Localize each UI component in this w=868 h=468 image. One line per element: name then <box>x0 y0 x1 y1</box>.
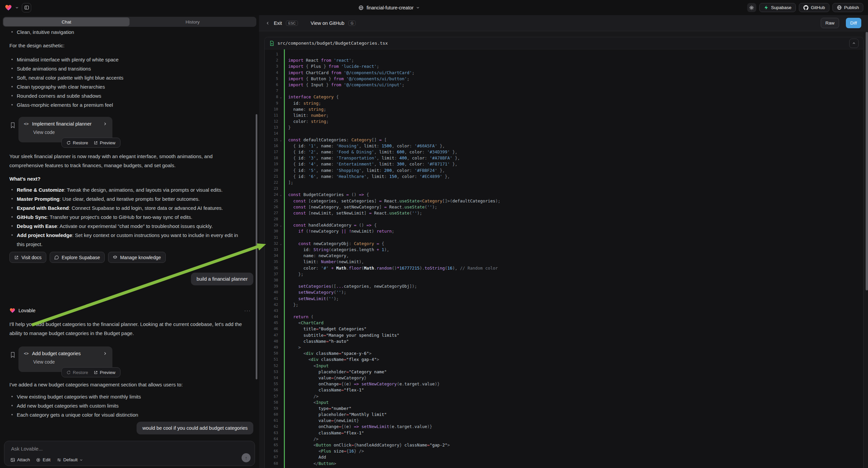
code-panel: Exit ESC View on GitHub G Raw Diff src/c… <box>259 15 868 468</box>
restore-icon <box>66 370 71 375</box>
chat-input[interactable]: Ask Lovable... Attach Edit Default ↑ <box>4 441 255 466</box>
list-item: Add new budget categories with custom li… <box>9 401 246 410</box>
code-line: 51 <div className="flex gap-4"> <box>265 356 863 362</box>
preview-button[interactable]: Preview <box>94 140 116 145</box>
sidebar-toggle-button[interactable] <box>22 3 31 12</box>
line-number: 55 <box>265 381 278 387</box>
mode-selector[interactable]: Default <box>57 457 83 462</box>
fold-chevron-icon <box>278 387 283 393</box>
chat-scrollbar[interactable] <box>256 114 257 379</box>
list-item: Expand with Backend: Connect Supabase to… <box>9 203 246 212</box>
fold-chevron-icon <box>278 339 283 345</box>
line-number: 30 <box>265 228 278 234</box>
line-number: 62 <box>265 424 278 430</box>
window-scrollbar[interactable] <box>866 32 868 290</box>
settings-button[interactable] <box>747 3 756 12</box>
manage-knowledge-button[interactable]: Manage knowledge <box>108 252 165 263</box>
send-button[interactable]: ↑ <box>242 453 251 462</box>
fold-chevron-icon <box>278 345 283 351</box>
github-button[interactable]: GitHub <box>799 3 829 12</box>
edit-button[interactable]: Edit <box>36 457 50 462</box>
fold-chevron-icon[interactable]: ⌄ <box>278 222 283 228</box>
publish-button[interactable]: Publish <box>832 3 863 12</box>
line-number: 38 <box>265 277 278 283</box>
line-number: 57 <box>265 393 278 400</box>
code-text: ]; <box>288 180 293 186</box>
line-number: 47 <box>265 332 278 339</box>
code-text: onChange={(e) => setNewLimit(e.target.va… <box>288 424 432 430</box>
g-kbd-badge: G <box>348 21 355 26</box>
lovable-logo-icon[interactable] <box>5 4 12 11</box>
design-bullet-list: Minimalist interface with plenty of whit… <box>9 55 246 110</box>
code-line: 6import { Input } from '@/components/ui/… <box>265 82 863 88</box>
code-text: <div className="space-y-6"> <box>288 351 371 356</box>
exit-button[interactable]: Exit <box>274 21 282 26</box>
code-line: 19 { id: '4', name: 'Entertainment', lim… <box>265 161 863 167</box>
assistant-name: Lovable <box>19 308 36 313</box>
supabase-button[interactable]: Supabase <box>759 3 796 12</box>
fold-chevron-icon[interactable]: ⌄ <box>278 241 283 247</box>
code-text: <Plus size={16} /> <box>288 448 364 454</box>
list-item: Minimalist interface with plenty of whit… <box>9 55 246 64</box>
more-options-icon[interactable]: ··· <box>244 308 251 313</box>
line-number: 15 <box>265 137 278 143</box>
chevron-down-icon[interactable] <box>15 6 19 9</box>
fold-chevron-icon <box>278 161 283 167</box>
diff-toggle-button[interactable]: Diff <box>846 18 861 28</box>
gear-icon <box>749 5 754 10</box>
fold-chevron-icon[interactable]: ⌄ <box>278 137 283 143</box>
code-line: 21 { id: '6', name: 'Healthcare', limit:… <box>265 174 863 180</box>
line-number: 67 <box>265 454 278 460</box>
code-body[interactable]: 12import React from 'react';3import { Pl… <box>265 49 863 468</box>
view-code-link[interactable]: View code <box>33 359 107 364</box>
code-line: 50 <div className="space-y-6"> <box>265 351 863 356</box>
code-line: 53 placeholder="Category name" <box>265 369 863 375</box>
code-text: const defaultCategories: Category[] = [ <box>288 137 387 143</box>
code-line: 16 { id: '1', name: 'Housing', limit: 15… <box>265 143 863 149</box>
bookmark-icon[interactable] <box>10 122 16 128</box>
code-text: { id: '5', name: 'Shopping', limit: 200,… <box>288 168 445 174</box>
code-text: const [newLimit, setNewLimit] = React.us… <box>288 210 422 216</box>
code-panel-header: Exit ESC View on GitHub G Raw Diff <box>259 15 868 31</box>
target-icon <box>36 458 40 462</box>
fold-chevron-icon[interactable]: ⌄ <box>278 94 283 100</box>
attach-button[interactable]: Attach <box>10 457 30 462</box>
file-header[interactable]: src/components/budget/BudgetCategories.t… <box>265 37 863 49</box>
code-line: 56 className="flex-1" <box>265 387 863 393</box>
code-line: 55 onChange={(e) => setNewCategory(e.tar… <box>265 381 863 387</box>
user-message: build a financial planner <box>191 273 253 285</box>
explore-supabase-button[interactable]: Explore Supabase <box>50 252 105 263</box>
line-number: 2 <box>265 57 278 63</box>
fold-chevron-icon <box>278 149 283 155</box>
visit-docs-button[interactable]: Visit docs <box>9 252 46 263</box>
bookmark-icon[interactable] <box>10 352 16 358</box>
fold-chevron-icon <box>278 180 283 186</box>
code-text: color: string; <box>288 118 329 124</box>
view-code-link[interactable]: View code <box>33 129 107 135</box>
preview-button[interactable]: Preview <box>94 370 116 375</box>
code-line: 42 }; <box>265 302 863 308</box>
code-line: 1 <box>265 51 863 57</box>
project-switcher[interactable]: financial-future-creator <box>358 5 420 10</box>
view-on-github-button[interactable]: View on GitHub <box>311 21 344 26</box>
line-number: 65 <box>265 442 278 448</box>
fold-chevron-icon <box>278 448 283 454</box>
tab-history[interactable]: History <box>129 18 256 26</box>
fold-chevron-icon[interactable]: ⌄ <box>278 192 283 198</box>
tab-chat[interactable]: Chat <box>3 18 129 26</box>
code-text: Add <box>288 454 326 460</box>
code-text: className="flex-1" <box>288 430 364 436</box>
restore-button[interactable]: Restore <box>66 140 88 145</box>
list-item: Clean typography with clear hierarchies <box>9 82 246 91</box>
line-number: 48 <box>265 339 278 345</box>
raw-toggle-button[interactable]: Raw <box>821 18 839 28</box>
code-icon: <> <box>24 351 29 356</box>
collapse-file-button[interactable] <box>849 39 859 48</box>
fold-chevron-icon <box>278 174 283 180</box>
fold-chevron-icon <box>278 57 283 63</box>
restore-preview-pill: Restore Preview <box>61 367 120 377</box>
github-icon <box>803 5 809 10</box>
restore-button[interactable]: Restore <box>66 370 88 375</box>
code-text: return ( <box>288 314 313 320</box>
fold-chevron-icon <box>278 424 283 430</box>
